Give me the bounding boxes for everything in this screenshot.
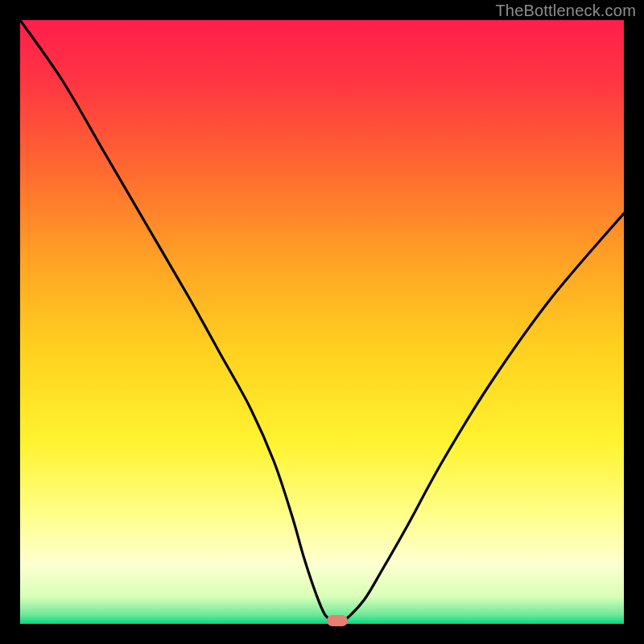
chart-frame: TheBottleneck.com (0, 0, 644, 644)
bottleneck-curve (20, 20, 624, 624)
plot-area (20, 20, 624, 624)
watermark-text: TheBottleneck.com (495, 2, 636, 20)
optimal-marker (327, 615, 348, 626)
